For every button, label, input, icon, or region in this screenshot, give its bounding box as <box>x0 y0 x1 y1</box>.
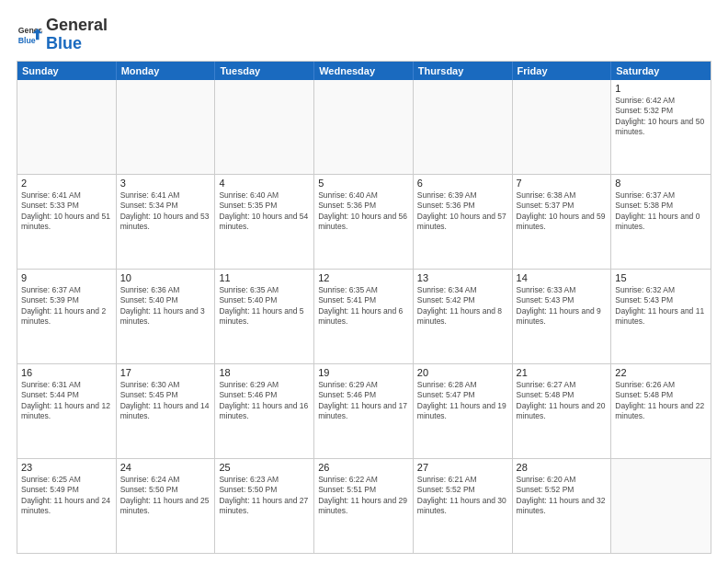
day-info: Sunrise: 6:30 AM Sunset: 5:45 PM Dayligh… <box>120 380 211 422</box>
day-info: Sunrise: 6:40 AM Sunset: 5:35 PM Dayligh… <box>219 190 310 233</box>
day-number: 25 <box>219 462 310 473</box>
day-number: 22 <box>615 367 707 378</box>
day-info: Sunrise: 6:38 AM Sunset: 5:37 PM Dayligh… <box>517 190 608 233</box>
day-cell-25: 25Sunrise: 6:23 AM Sunset: 5:50 PM Dayli… <box>215 459 314 553</box>
logo-icon: General Blue <box>17 22 42 48</box>
day-cell-5: 5Sunrise: 6:40 AM Sunset: 5:36 PM Daylig… <box>314 175 414 269</box>
day-number: 4 <box>219 178 310 189</box>
day-info: Sunrise: 6:26 AM Sunset: 5:48 PM Dayligh… <box>615 380 707 422</box>
day-number: 14 <box>517 272 608 283</box>
empty-cell <box>611 459 711 553</box>
day-cell-28: 28Sunrise: 6:20 AM Sunset: 5:52 PM Dayli… <box>513 459 612 553</box>
day-info: Sunrise: 6:24 AM Sunset: 5:50 PM Dayligh… <box>120 475 211 517</box>
day-number: 18 <box>219 367 310 378</box>
day-cell-20: 20Sunrise: 6:28 AM Sunset: 5:47 PM Dayli… <box>414 364 513 458</box>
day-number: 6 <box>417 178 508 189</box>
logo: General Blue General Blue <box>17 17 108 53</box>
calendar-header: SundayMondayTuesdayWednesdayThursdayFrid… <box>17 62 711 80</box>
day-number: 8 <box>615 178 707 189</box>
day-number: 7 <box>517 178 608 189</box>
day-info: Sunrise: 6:31 AM Sunset: 5:44 PM Dayligh… <box>21 380 112 422</box>
svg-text:Blue: Blue <box>18 36 36 45</box>
day-number: 10 <box>120 272 211 283</box>
header: General Blue General Blue <box>17 17 711 53</box>
day-cell-7: 7Sunrise: 6:38 AM Sunset: 5:37 PM Daylig… <box>513 175 612 269</box>
day-number: 2 <box>21 178 112 189</box>
weekday-header-tuesday: Tuesday <box>215 62 314 80</box>
day-info: Sunrise: 6:41 AM Sunset: 5:33 PM Dayligh… <box>21 190 112 233</box>
day-cell-19: 19Sunrise: 6:29 AM Sunset: 5:46 PM Dayli… <box>314 364 414 458</box>
day-cell-22: 22Sunrise: 6:26 AM Sunset: 5:48 PM Dayli… <box>611 364 711 458</box>
day-cell-15: 15Sunrise: 6:32 AM Sunset: 5:43 PM Dayli… <box>611 270 711 363</box>
day-info: Sunrise: 6:22 AM Sunset: 5:51 PM Dayligh… <box>318 475 409 517</box>
empty-cell <box>215 80 314 174</box>
day-info: Sunrise: 6:37 AM Sunset: 5:39 PM Dayligh… <box>21 285 112 327</box>
page: General Blue General Blue SundayMondayTu… <box>0 0 728 563</box>
day-number: 1 <box>615 83 707 94</box>
day-info: Sunrise: 6:27 AM Sunset: 5:48 PM Dayligh… <box>517 380 608 422</box>
day-cell-6: 6Sunrise: 6:39 AM Sunset: 5:36 PM Daylig… <box>414 175 513 269</box>
day-cell-23: 23Sunrise: 6:25 AM Sunset: 5:49 PM Dayli… <box>17 459 117 553</box>
day-cell-14: 14Sunrise: 6:33 AM Sunset: 5:43 PM Dayli… <box>513 270 612 363</box>
day-info: Sunrise: 6:35 AM Sunset: 5:41 PM Dayligh… <box>318 285 409 327</box>
day-number: 21 <box>517 367 608 378</box>
calendar-week-2: 9Sunrise: 6:37 AM Sunset: 5:39 PM Daylig… <box>17 269 711 363</box>
empty-cell <box>17 80 117 174</box>
day-cell-13: 13Sunrise: 6:34 AM Sunset: 5:42 PM Dayli… <box>414 270 513 363</box>
day-cell-11: 11Sunrise: 6:35 AM Sunset: 5:40 PM Dayli… <box>215 270 314 363</box>
day-number: 24 <box>120 462 211 473</box>
calendar-week-3: 16Sunrise: 6:31 AM Sunset: 5:44 PM Dayli… <box>17 363 711 458</box>
weekday-header-friday: Friday <box>513 62 612 80</box>
calendar-week-0: 1Sunrise: 6:42 AM Sunset: 5:32 PM Daylig… <box>17 80 711 174</box>
day-number: 16 <box>21 367 112 378</box>
day-number: 15 <box>615 272 707 283</box>
day-cell-16: 16Sunrise: 6:31 AM Sunset: 5:44 PM Dayli… <box>17 364 117 458</box>
day-cell-8: 8Sunrise: 6:37 AM Sunset: 5:38 PM Daylig… <box>611 175 711 269</box>
weekday-header-wednesday: Wednesday <box>314 62 414 80</box>
day-info: Sunrise: 6:34 AM Sunset: 5:42 PM Dayligh… <box>417 285 508 327</box>
day-info: Sunrise: 6:37 AM Sunset: 5:38 PM Dayligh… <box>615 190 707 233</box>
day-info: Sunrise: 6:41 AM Sunset: 5:34 PM Dayligh… <box>120 190 211 233</box>
day-number: 17 <box>120 367 211 378</box>
day-cell-12: 12Sunrise: 6:35 AM Sunset: 5:41 PM Dayli… <box>314 270 414 363</box>
day-number: 9 <box>21 272 112 283</box>
empty-cell <box>513 80 612 174</box>
weekday-header-monday: Monday <box>117 62 216 80</box>
weekday-header-thursday: Thursday <box>414 62 513 80</box>
day-cell-10: 10Sunrise: 6:36 AM Sunset: 5:40 PM Dayli… <box>117 270 216 363</box>
logo-text: General Blue <box>46 17 108 53</box>
day-number: 11 <box>219 272 310 283</box>
day-number: 28 <box>517 462 608 473</box>
day-number: 27 <box>417 462 508 473</box>
empty-cell <box>117 80 216 174</box>
day-number: 20 <box>417 367 508 378</box>
day-number: 23 <box>21 462 112 473</box>
day-cell-17: 17Sunrise: 6:30 AM Sunset: 5:45 PM Dayli… <box>117 364 216 458</box>
day-info: Sunrise: 6:29 AM Sunset: 5:46 PM Dayligh… <box>219 380 310 422</box>
day-number: 3 <box>120 178 211 189</box>
day-info: Sunrise: 6:35 AM Sunset: 5:40 PM Dayligh… <box>219 285 310 327</box>
day-info: Sunrise: 6:29 AM Sunset: 5:46 PM Dayligh… <box>318 380 409 422</box>
weekday-header-sunday: Sunday <box>17 62 117 80</box>
day-info: Sunrise: 6:39 AM Sunset: 5:36 PM Dayligh… <box>417 190 508 233</box>
day-info: Sunrise: 6:28 AM Sunset: 5:47 PM Dayligh… <box>417 380 508 422</box>
day-cell-24: 24Sunrise: 6:24 AM Sunset: 5:50 PM Dayli… <box>117 459 216 553</box>
day-info: Sunrise: 6:42 AM Sunset: 5:32 PM Dayligh… <box>615 96 707 138</box>
calendar-week-1: 2Sunrise: 6:41 AM Sunset: 5:33 PM Daylig… <box>17 174 711 269</box>
empty-cell <box>414 80 513 174</box>
day-cell-9: 9Sunrise: 6:37 AM Sunset: 5:39 PM Daylig… <box>17 270 117 363</box>
day-cell-1: 1Sunrise: 6:42 AM Sunset: 5:32 PM Daylig… <box>611 80 711 174</box>
day-cell-18: 18Sunrise: 6:29 AM Sunset: 5:46 PM Dayli… <box>215 364 314 458</box>
day-number: 13 <box>417 272 508 283</box>
day-info: Sunrise: 6:32 AM Sunset: 5:43 PM Dayligh… <box>615 285 707 327</box>
calendar-week-4: 23Sunrise: 6:25 AM Sunset: 5:49 PM Dayli… <box>17 458 711 553</box>
day-cell-26: 26Sunrise: 6:22 AM Sunset: 5:51 PM Dayli… <box>314 459 414 553</box>
calendar: SundayMondayTuesdayWednesdayThursdayFrid… <box>17 61 711 554</box>
day-info: Sunrise: 6:20 AM Sunset: 5:52 PM Dayligh… <box>517 475 608 517</box>
day-info: Sunrise: 6:36 AM Sunset: 5:40 PM Dayligh… <box>120 285 211 327</box>
day-number: 5 <box>318 178 409 189</box>
day-info: Sunrise: 6:40 AM Sunset: 5:36 PM Dayligh… <box>318 190 409 233</box>
weekday-header-saturday: Saturday <box>611 62 711 80</box>
day-info: Sunrise: 6:33 AM Sunset: 5:43 PM Dayligh… <box>517 285 608 327</box>
day-info: Sunrise: 6:23 AM Sunset: 5:50 PM Dayligh… <box>219 475 310 517</box>
